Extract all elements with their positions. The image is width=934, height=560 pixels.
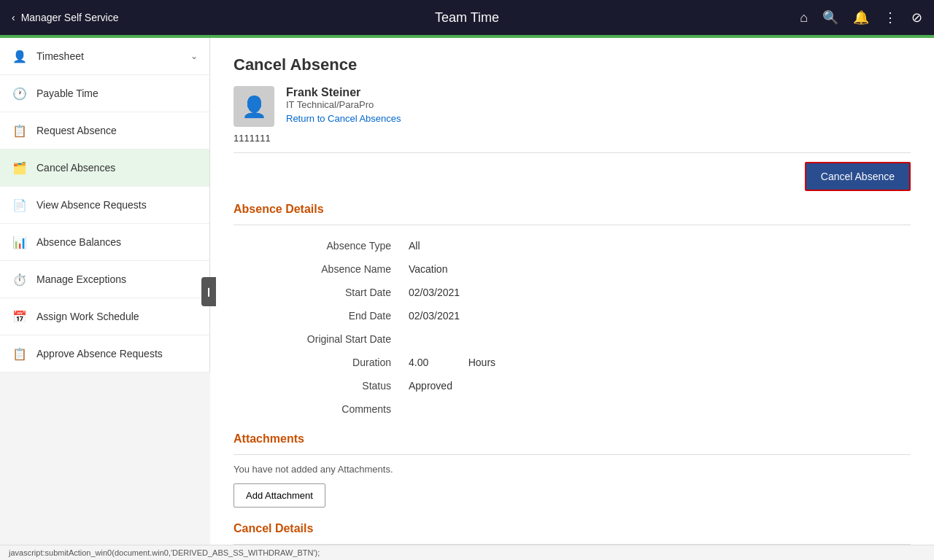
sidebar-item-payable-time[interactable]: 🕐 Payable Time: [0, 75, 209, 112]
topbar-right: ⌂ 🔍 🔔 ⋮ ⊘: [800, 9, 922, 26]
status-value: Approved: [409, 374, 911, 397]
status-label: Status: [234, 374, 409, 397]
sidebar: 👤 Timesheet ⌄ 🕐 Payable Time 📋 Request A…: [0, 38, 210, 373]
start-date-value: 02/03/2021: [409, 281, 911, 304]
employee-dept: IT Technical/ParaPro: [286, 99, 401, 110]
more-icon[interactable]: ⋮: [884, 9, 897, 26]
topbar-title: Team Time: [435, 10, 499, 26]
cancel-absences-icon: 🗂️: [12, 160, 28, 176]
duration-value: 4.00 Hours: [409, 351, 911, 374]
cancel-absence-button[interactable]: Cancel Absence: [805, 162, 911, 191]
avatar: 👤: [234, 86, 274, 127]
back-icon: ‹: [12, 12, 15, 23]
timesheet-icon: 👤: [12, 48, 28, 64]
timesheet-arrow-icon: ⌄: [190, 51, 198, 61]
sidebar-wrapper: 👤 Timesheet ⌄ 🕐 Payable Time 📋 Request A…: [0, 38, 210, 545]
end-date-value: 02/03/2021: [409, 304, 911, 327]
sidebar-item-request-absence-label: Request Absence: [36, 125, 198, 136]
divider-attachments: [234, 454, 911, 455]
employee-name: Frank Steiner: [286, 86, 401, 99]
comments-label: Comments: [234, 397, 409, 421]
approve-absence-requests-icon: 📋: [12, 346, 28, 362]
sidebar-item-cancel-absences[interactable]: 🗂️ Cancel Absences: [0, 149, 209, 187]
divider-absence: [234, 225, 911, 225]
assign-work-schedule-icon: 📅: [12, 308, 28, 324]
divider-cancel-details: [234, 544, 911, 545]
attachments-title: Attachments: [234, 432, 911, 446]
sidebar-item-assign-work-schedule-label: Assign Work Schedule: [36, 311, 198, 322]
absence-type-value: All: [409, 234, 911, 257]
payable-time-icon: 🕐: [12, 85, 28, 101]
start-date-label: Start Date: [234, 281, 409, 304]
cancel-btn-row: Cancel Absence: [234, 162, 911, 191]
sidebar-item-absence-balances[interactable]: 📊 Absence Balances: [0, 224, 209, 261]
sidebar-item-request-absence[interactable]: 📋 Request Absence: [0, 112, 209, 149]
sidebar-item-absence-balances-label: Absence Balances: [36, 236, 198, 248]
absence-details-grid: Absence Type All Absence Name Vacation S…: [234, 234, 911, 421]
cancel-details-title: Cancel Details: [234, 522, 911, 535]
employee-id: 1111111: [234, 133, 911, 144]
attachments-note: You have not added any Attachments.: [234, 464, 911, 475]
page-title: Cancel Absence: [234, 55, 911, 74]
employee-section: 👤 Frank Steiner IT Technical/ParaPro Ret…: [234, 86, 911, 127]
sidebar-item-approve-absence-requests-label: Approve Absence Requests: [36, 348, 198, 359]
sidebar-item-timesheet-label: Timesheet: [36, 50, 182, 62]
original-start-date-value: [409, 327, 911, 351]
sidebar-item-manage-exceptions-label: Manage Exceptions: [36, 273, 198, 285]
comments-value: [409, 397, 911, 421]
absence-type-label: Absence Type: [234, 234, 409, 257]
sidebar-item-assign-work-schedule[interactable]: 📅 Assign Work Schedule: [0, 298, 209, 335]
absence-details-title: Absence Details: [234, 203, 911, 216]
sidebar-collapse-button[interactable]: ❙: [201, 277, 216, 306]
view-absence-requests-icon: 📄: [12, 197, 28, 213]
sidebar-item-manage-exceptions[interactable]: ⏱️ Manage Exceptions: [0, 261, 209, 298]
topbar: ‹ Manager Self Service Team Time ⌂ 🔍 🔔 ⋮…: [0, 0, 934, 35]
circle-slash-icon[interactable]: ⊘: [911, 9, 922, 26]
sidebar-item-timesheet[interactable]: 👤 Timesheet ⌄: [0, 38, 209, 75]
return-to-cancel-absences-link[interactable]: Return to Cancel Absences: [286, 113, 401, 124]
absence-name-label: Absence Name: [234, 257, 409, 281]
back-button[interactable]: ‹ Manager Self Service: [12, 12, 119, 23]
add-attachment-button[interactable]: Add Attachment: [234, 483, 325, 508]
duration-label: Duration: [234, 351, 409, 374]
back-label: Manager Self Service: [21, 12, 119, 23]
sidebar-item-payable-time-label: Payable Time: [36, 88, 198, 99]
absence-balances-icon: 📊: [12, 234, 28, 250]
request-absence-icon: 📋: [12, 122, 28, 139]
end-date-label: End Date: [234, 304, 409, 327]
divider-top: [234, 152, 911, 153]
status-bar: javascript:submitAction_win0(document.wi…: [0, 545, 934, 560]
manage-exceptions-icon: ⏱️: [12, 271, 28, 287]
employee-info: Frank Steiner IT Technical/ParaPro Retur…: [286, 86, 401, 124]
sidebar-item-cancel-absences-label: Cancel Absences: [36, 162, 198, 174]
bell-icon[interactable]: 🔔: [853, 9, 869, 26]
absence-name-value: Vacation: [409, 257, 911, 281]
sidebar-item-approve-absence-requests[interactable]: 📋 Approve Absence Requests: [0, 335, 209, 373]
sidebar-item-view-absence-requests-label: View Absence Requests: [36, 199, 198, 211]
layout: 👤 Timesheet ⌄ 🕐 Payable Time 📋 Request A…: [0, 38, 934, 545]
sidebar-item-view-absence-requests[interactable]: 📄 View Absence Requests: [0, 187, 209, 224]
home-icon[interactable]: ⌂: [800, 10, 808, 26]
main-content: Cancel Absence 👤 Frank Steiner IT Techni…: [210, 38, 934, 545]
status-bar-text: javascript:submitAction_win0(document.wi…: [9, 548, 320, 557]
original-start-date-label: Original Start Date: [234, 327, 409, 351]
search-icon[interactable]: 🔍: [822, 9, 838, 26]
